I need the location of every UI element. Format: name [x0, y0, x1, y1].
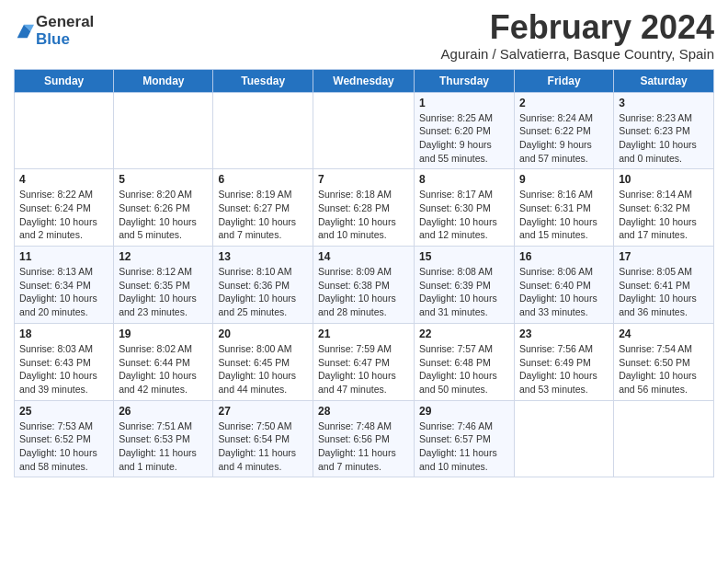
day-info: Sunrise: 7:46 AMSunset: 6:57 PMDaylight:…	[419, 419, 509, 474]
day-info: Sunrise: 7:54 AMSunset: 6:50 PMDaylight:…	[619, 342, 709, 396]
day-cell: 29Sunrise: 7:46 AMSunset: 6:57 PMDayligh…	[415, 400, 515, 477]
day-number: 21	[318, 327, 409, 340]
day-info: Sunrise: 8:13 AMSunset: 6:34 PMDaylight:…	[19, 265, 108, 319]
logo-text: General Blue	[36, 14, 94, 48]
day-number: 1	[419, 97, 509, 109]
day-number: 22	[419, 327, 509, 340]
day-info: Sunrise: 8:08 AMSunset: 6:39 PMDaylight:…	[419, 265, 509, 319]
day-info: Sunrise: 7:53 AMSunset: 6:52 PMDaylight:…	[19, 419, 108, 474]
day-info: Sunrise: 7:56 AMSunset: 6:49 PMDaylight:…	[519, 342, 609, 396]
day-cell: 13Sunrise: 8:10 AMSunset: 6:36 PMDayligh…	[213, 247, 313, 324]
day-info: Sunrise: 8:25 AMSunset: 6:20 PMDaylight:…	[419, 111, 509, 166]
logo-blue: Blue	[36, 31, 94, 49]
day-cell	[213, 92, 313, 169]
day-info: Sunrise: 8:18 AMSunset: 6:28 PMDaylight:…	[318, 188, 409, 242]
day-info: Sunrise: 8:14 AMSunset: 6:32 PMDaylight:…	[619, 188, 709, 242]
day-cell: 12Sunrise: 8:12 AMSunset: 6:35 PMDayligh…	[114, 247, 213, 324]
weekday-header-monday: Monday	[114, 69, 213, 92]
logo: General Blue	[14, 14, 94, 48]
weekday-header-tuesday: Tuesday	[213, 69, 313, 92]
day-number: 12	[119, 250, 208, 263]
day-cell: 26Sunrise: 7:51 AMSunset: 6:53 PMDayligh…	[114, 400, 213, 477]
day-cell: 4Sunrise: 8:22 AMSunset: 6:24 PMDaylight…	[15, 169, 114, 247]
day-info: Sunrise: 7:59 AMSunset: 6:47 PMDaylight:…	[318, 342, 409, 396]
day-info: Sunrise: 8:22 AMSunset: 6:24 PMDaylight:…	[19, 188, 108, 242]
day-number: 6	[218, 173, 308, 186]
day-cell: 3Sunrise: 8:23 AMSunset: 6:23 PMDaylight…	[614, 92, 714, 169]
day-number: 4	[19, 173, 108, 186]
day-cell: 11Sunrise: 8:13 AMSunset: 6:34 PMDayligh…	[15, 247, 114, 324]
day-cell: 24Sunrise: 7:54 AMSunset: 6:50 PMDayligh…	[614, 323, 714, 400]
week-row-5: 25Sunrise: 7:53 AMSunset: 6:52 PMDayligh…	[15, 400, 714, 477]
day-number: 24	[619, 327, 709, 340]
day-number: 28	[318, 405, 409, 418]
main-title: February 2024	[441, 9, 714, 46]
day-cell: 14Sunrise: 8:09 AMSunset: 6:38 PMDayligh…	[313, 247, 415, 324]
day-number: 15	[419, 250, 509, 263]
day-cell: 28Sunrise: 7:48 AMSunset: 6:56 PMDayligh…	[313, 400, 415, 477]
day-cell: 16Sunrise: 8:06 AMSunset: 6:40 PMDayligh…	[515, 247, 614, 324]
day-cell	[614, 400, 714, 477]
calendar-header: SundayMondayTuesdayWednesdayThursdayFrid…	[15, 69, 714, 92]
day-info: Sunrise: 8:06 AMSunset: 6:40 PMDaylight:…	[519, 265, 609, 319]
day-cell: 18Sunrise: 8:03 AMSunset: 6:43 PMDayligh…	[15, 323, 114, 400]
day-info: Sunrise: 7:57 AMSunset: 6:48 PMDaylight:…	[419, 342, 509, 396]
day-cell: 7Sunrise: 8:18 AMSunset: 6:28 PMDaylight…	[313, 169, 415, 247]
day-info: Sunrise: 8:19 AMSunset: 6:27 PMDaylight:…	[218, 188, 308, 242]
day-cell: 21Sunrise: 7:59 AMSunset: 6:47 PMDayligh…	[313, 323, 415, 400]
day-cell: 15Sunrise: 8:08 AMSunset: 6:39 PMDayligh…	[415, 247, 515, 324]
calendar-table: SundayMondayTuesdayWednesdayThursdayFrid…	[14, 69, 714, 478]
day-number: 2	[519, 97, 609, 109]
day-info: Sunrise: 7:50 AMSunset: 6:54 PMDaylight:…	[218, 419, 308, 474]
week-row-3: 11Sunrise: 8:13 AMSunset: 6:34 PMDayligh…	[15, 247, 714, 324]
day-number: 19	[119, 327, 208, 340]
day-info: Sunrise: 8:12 AMSunset: 6:35 PMDaylight:…	[119, 265, 208, 319]
day-number: 9	[519, 173, 609, 186]
day-cell	[313, 92, 415, 169]
day-number: 25	[19, 405, 108, 418]
logo-icon	[14, 21, 34, 41]
day-number: 3	[619, 97, 709, 109]
day-number: 11	[19, 250, 108, 263]
day-cell: 22Sunrise: 7:57 AMSunset: 6:48 PMDayligh…	[415, 323, 515, 400]
day-cell: 6Sunrise: 8:19 AMSunset: 6:27 PMDaylight…	[213, 169, 313, 247]
day-cell: 19Sunrise: 8:02 AMSunset: 6:44 PMDayligh…	[114, 323, 213, 400]
day-number: 8	[419, 173, 509, 186]
day-info: Sunrise: 8:23 AMSunset: 6:23 PMDaylight:…	[619, 111, 709, 166]
day-number: 23	[519, 327, 609, 340]
day-cell	[15, 92, 114, 169]
weekday-header-thursday: Thursday	[415, 69, 515, 92]
day-number: 16	[519, 250, 609, 263]
day-info: Sunrise: 8:10 AMSunset: 6:36 PMDaylight:…	[218, 265, 308, 319]
day-number: 7	[318, 173, 409, 186]
day-cell	[114, 92, 213, 169]
day-info: Sunrise: 8:05 AMSunset: 6:41 PMDaylight:…	[619, 265, 709, 319]
week-row-2: 4Sunrise: 8:22 AMSunset: 6:24 PMDaylight…	[15, 169, 714, 247]
day-info: Sunrise: 8:16 AMSunset: 6:31 PMDaylight:…	[519, 188, 609, 242]
day-cell: 10Sunrise: 8:14 AMSunset: 6:32 PMDayligh…	[614, 169, 714, 247]
weekday-header-sunday: Sunday	[15, 69, 114, 92]
day-cell: 5Sunrise: 8:20 AMSunset: 6:26 PMDaylight…	[114, 169, 213, 247]
day-cell: 8Sunrise: 8:17 AMSunset: 6:30 PMDaylight…	[415, 169, 515, 247]
day-cell: 25Sunrise: 7:53 AMSunset: 6:52 PMDayligh…	[15, 400, 114, 477]
day-cell: 2Sunrise: 8:24 AMSunset: 6:22 PMDaylight…	[515, 92, 614, 169]
week-row-4: 18Sunrise: 8:03 AMSunset: 6:43 PMDayligh…	[15, 323, 714, 400]
day-number: 17	[619, 250, 709, 263]
day-number: 18	[19, 327, 108, 340]
day-info: Sunrise: 8:09 AMSunset: 6:38 PMDaylight:…	[318, 265, 409, 319]
day-info: Sunrise: 8:17 AMSunset: 6:30 PMDaylight:…	[419, 188, 509, 242]
day-number: 10	[619, 173, 709, 186]
day-info: Sunrise: 7:51 AMSunset: 6:53 PMDaylight:…	[119, 419, 208, 474]
day-info: Sunrise: 8:03 AMSunset: 6:43 PMDaylight:…	[19, 342, 108, 396]
calendar-body: 1Sunrise: 8:25 AMSunset: 6:20 PMDaylight…	[15, 92, 714, 477]
day-cell	[515, 400, 614, 477]
weekday-header-wednesday: Wednesday	[313, 69, 415, 92]
week-row-1: 1Sunrise: 8:25 AMSunset: 6:20 PMDaylight…	[15, 92, 714, 169]
day-number: 27	[218, 405, 308, 418]
day-number: 26	[119, 405, 208, 418]
day-info: Sunrise: 8:24 AMSunset: 6:22 PMDaylight:…	[519, 111, 609, 166]
day-info: Sunrise: 8:00 AMSunset: 6:45 PMDaylight:…	[218, 342, 308, 396]
day-number: 13	[218, 250, 308, 263]
day-cell: 27Sunrise: 7:50 AMSunset: 6:54 PMDayligh…	[213, 400, 313, 477]
day-cell: 9Sunrise: 8:16 AMSunset: 6:31 PMDaylight…	[515, 169, 614, 247]
